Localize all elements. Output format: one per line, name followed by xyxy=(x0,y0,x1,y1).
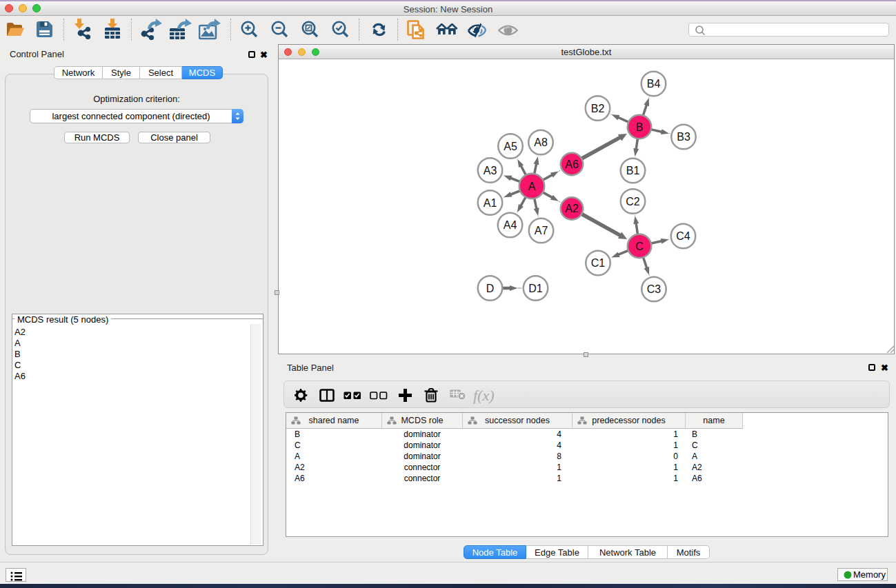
svg-text:B: B xyxy=(636,121,644,133)
svg-text:C1: C1 xyxy=(591,257,606,269)
svg-text:C3: C3 xyxy=(647,283,661,295)
svg-text:B1: B1 xyxy=(626,165,640,176)
svg-text:A5: A5 xyxy=(504,141,517,152)
svg-text:B3: B3 xyxy=(677,131,690,143)
svg-text:D: D xyxy=(486,283,495,294)
svg-text:B4: B4 xyxy=(647,78,661,90)
svg-text:A3: A3 xyxy=(484,165,497,176)
svg-text:C2: C2 xyxy=(626,196,640,207)
svg-text:D1: D1 xyxy=(528,283,543,294)
svg-text:A6: A6 xyxy=(565,159,579,170)
svg-text:A8: A8 xyxy=(534,136,548,148)
svg-text:B2: B2 xyxy=(591,103,605,114)
svg-text:A4: A4 xyxy=(504,219,517,231)
svg-text:A2: A2 xyxy=(565,203,579,214)
svg-text:C: C xyxy=(635,241,644,252)
svg-text:A1: A1 xyxy=(484,197,497,209)
svg-text:C4: C4 xyxy=(676,230,690,242)
svg-text:A7: A7 xyxy=(535,225,548,236)
svg-text:A: A xyxy=(528,181,536,192)
